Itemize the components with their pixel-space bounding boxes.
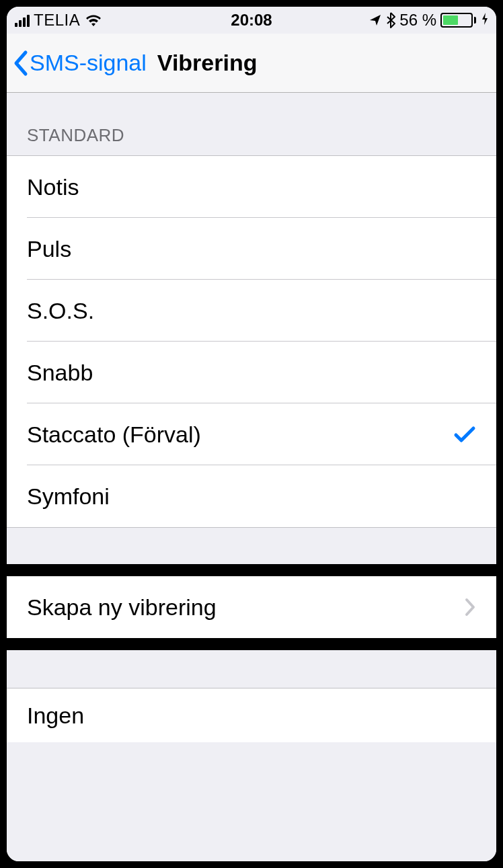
location-icon — [369, 13, 382, 27]
nav-header: SMS-signal Vibrering — [7, 34, 496, 93]
bluetooth-icon — [386, 12, 395, 28]
vibration-option-none[interactable]: Ingen — [7, 688, 496, 742]
wifi-icon — [84, 13, 103, 28]
vibration-option-staccato[interactable]: Staccato (Förval) — [7, 403, 496, 465]
status-time: 20:08 — [231, 11, 272, 30]
screen: TELIA 20:08 56 % — [7, 7, 496, 861]
vibration-option-puls[interactable]: Puls — [7, 218, 496, 280]
highlight-band-top — [7, 564, 496, 576]
vibration-option-sos[interactable]: S.O.S. — [7, 280, 496, 342]
battery-percent: 56 % — [399, 11, 436, 30]
vibration-option-symfoni[interactable]: Symfoni — [7, 465, 496, 527]
status-right: 56 % — [369, 11, 488, 30]
section-header-anpassad: Anpassad — [7, 528, 496, 564]
back-label: SMS-signal — [30, 50, 147, 76]
chevron-left-icon — [12, 50, 30, 77]
page-title: Vibrering — [157, 50, 258, 76]
create-vibration-button[interactable]: Skapa ny vibrering — [7, 576, 496, 638]
status-bar: TELIA 20:08 56 % — [7, 7, 496, 34]
highlight-band-bottom — [7, 638, 496, 650]
none-list: Ingen — [7, 688, 496, 742]
chevron-right-icon — [464, 597, 476, 617]
section-header-standard: Standard — [7, 93, 496, 155]
status-left: TELIA — [15, 11, 103, 30]
phone-frame: TELIA 20:08 56 % — [7, 7, 496, 861]
anpassad-list: Skapa ny vibrering — [7, 576, 496, 638]
section-spacer — [7, 650, 496, 688]
charging-icon — [481, 12, 488, 29]
signal-bars-icon — [15, 13, 30, 27]
battery-icon — [440, 13, 476, 28]
carrier-label: TELIA — [34, 11, 80, 30]
vibration-option-notis[interactable]: Notis — [7, 156, 496, 218]
option-label: Puls — [27, 236, 71, 262]
option-label: Ingen — [27, 703, 84, 729]
checkmark-icon — [453, 424, 476, 444]
standard-list: Notis Puls S.O.S. Snabb Staccato (Förval… — [7, 156, 496, 527]
vibration-option-snabb[interactable]: Snabb — [7, 342, 496, 403]
option-label: Snabb — [27, 360, 93, 386]
create-label: Skapa ny vibrering — [27, 594, 217, 621]
option-label: S.O.S. — [27, 298, 94, 324]
back-button[interactable]: SMS-signal — [12, 50, 147, 77]
option-label: Staccato (Förval) — [27, 422, 201, 448]
option-label: Symfoni — [27, 483, 110, 510]
option-label: Notis — [27, 174, 79, 200]
